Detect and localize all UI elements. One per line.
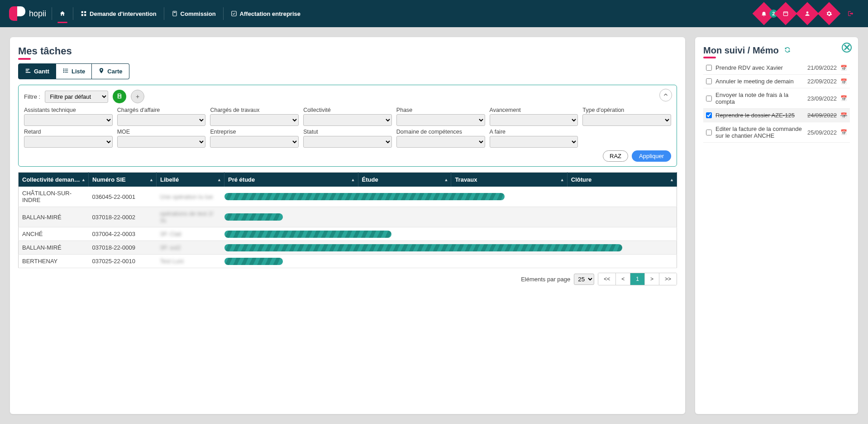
- save-filter-button[interactable]: [113, 90, 126, 103]
- calendar-icon: 📅: [840, 65, 847, 71]
- filter-phase-select[interactable]: [396, 114, 485, 126]
- page-first[interactable]: <<: [598, 273, 616, 285]
- nav-commission[interactable]: Commission: [170, 10, 218, 17]
- tab-carte[interactable]: Carte: [92, 63, 129, 79]
- calendar-button[interactable]: [774, 2, 797, 25]
- col-etude[interactable]: Étude▲: [358, 173, 451, 187]
- memo-item[interactable]: Editer la facture de la commande sur le …: [703, 122, 850, 143]
- sort-icon: ▲: [560, 178, 564, 182]
- nav-label: Commission: [181, 10, 216, 17]
- memo-item[interactable]: Envoyer la note de frais à la compta23/0…: [703, 88, 850, 109]
- tab-gantt[interactable]: Gantt: [18, 63, 56, 79]
- nav-home[interactable]: [57, 10, 67, 17]
- nav-affectation-entreprise[interactable]: Affectation entreprise: [229, 10, 302, 17]
- nav-demande-intervention[interactable]: Demande d'intervention: [79, 10, 158, 17]
- table-row[interactable]: ANCHÉ037004-22-00033P. Clati: [19, 227, 677, 241]
- page-next[interactable]: >: [645, 273, 659, 285]
- map-pin-icon: [98, 67, 105, 75]
- col-libelle[interactable]: Libellé▲: [157, 173, 224, 187]
- filter-entreprise: Entreprise: [210, 129, 299, 148]
- per-page-select[interactable]: 25: [574, 274, 594, 285]
- cell-collectivite: ANCHÉ: [19, 227, 89, 241]
- filter-avancement-select[interactable]: [490, 114, 578, 126]
- logout-button[interactable]: [839, 2, 863, 25]
- app-header: hopii Demande d'intervention Commission …: [0, 0, 868, 27]
- filter-domaine-select[interactable]: [396, 136, 485, 148]
- check-square-icon: [231, 10, 237, 17]
- svg-point-8: [806, 11, 809, 14]
- chevron-up-icon: [663, 92, 669, 99]
- memo-checkbox[interactable]: [706, 78, 712, 84]
- filter-collectivite-select[interactable]: [303, 114, 392, 126]
- col-travaux[interactable]: Travaux▲: [451, 173, 567, 187]
- filter-a-faire-select[interactable]: [490, 136, 578, 148]
- refresh-icon: [784, 47, 791, 53]
- filter-charges-travaux-select[interactable]: [210, 114, 299, 126]
- add-filter-button[interactable]: +: [131, 90, 144, 103]
- filter-type-operation-select[interactable]: [582, 114, 671, 126]
- filter-phase: Phase: [396, 107, 485, 126]
- profile-button[interactable]: [796, 2, 819, 25]
- filter-assistants: Assistants technique: [24, 107, 113, 126]
- svg-rect-3: [84, 14, 86, 16]
- table-row[interactable]: BALLAN-MIRÉ037018-22-0002opérations de t…: [19, 207, 677, 227]
- filter-assistants-select[interactable]: [24, 114, 113, 126]
- filter-top-row: Filtre : Filtre par défaut +: [24, 90, 671, 103]
- filter-entreprise-select[interactable]: [210, 136, 299, 148]
- memo-item[interactable]: Prendre RDV avec Xavier21/09/2022📅: [703, 61, 850, 75]
- logout-icon: [848, 10, 854, 17]
- memo-item[interactable]: Annuler le meeting de demain22/09/2022📅: [703, 75, 850, 88]
- filter-preset-select[interactable]: Filtre par défaut: [45, 91, 108, 103]
- page-prev[interactable]: <: [616, 273, 630, 285]
- calendar-icon: 📅: [840, 78, 847, 85]
- nav-label: Demande d'intervention: [90, 10, 157, 17]
- svg-point-12: [63, 68, 64, 69]
- table-row[interactable]: BALLAN-MIRÉ037018-22-00093P. sut2: [19, 241, 677, 255]
- memo-checkbox[interactable]: [706, 96, 712, 101]
- refresh-memo-button[interactable]: [784, 46, 791, 55]
- apply-button[interactable]: Appliquer: [632, 150, 671, 162]
- filter-label: Filtre :: [24, 93, 40, 100]
- filter-charges-affaire-select[interactable]: [117, 114, 206, 126]
- page-current[interactable]: 1: [630, 273, 645, 285]
- reset-button[interactable]: RAZ: [603, 150, 628, 162]
- table-row[interactable]: BERTHENAY037025-22-0010Test Luni: [19, 255, 677, 268]
- close-memo-button[interactable]: ✕: [842, 43, 852, 53]
- svg-rect-6: [231, 11, 236, 16]
- filter-retard: Retard: [24, 129, 113, 148]
- tab-liste[interactable]: Liste: [56, 63, 92, 79]
- tasks-card: Mes tâches Gantt Liste Carte Filtre :: [10, 37, 685, 414]
- col-collectivite[interactable]: Collectivité deman…▲: [19, 173, 89, 187]
- collapse-filter-button[interactable]: [659, 89, 672, 101]
- col-numero[interactable]: Numéro SIE▲: [89, 173, 157, 187]
- gantt-bar: [224, 213, 283, 221]
- brand-logo[interactable]: hopii: [9, 5, 46, 22]
- filter-grid: Assistants technique Chargés d'affaire C…: [24, 107, 671, 162]
- calendar-icon: 📅: [840, 95, 847, 101]
- filter-retard-select[interactable]: [24, 136, 113, 148]
- svg-rect-17: [65, 72, 68, 72]
- notifications-button[interactable]: 2: [753, 2, 776, 25]
- cell-libelle: opérations de test 2/ 3s: [157, 207, 224, 227]
- memo-text: Annuler le meeting de demain: [715, 78, 804, 85]
- col-cloture[interactable]: Clôture▲: [567, 173, 677, 187]
- memo-checkbox[interactable]: [706, 130, 712, 135]
- filter-actions: RAZ Appliquer: [490, 150, 671, 162]
- cell-numero: 037018-22-0002: [89, 207, 157, 227]
- svg-rect-0: [81, 11, 83, 13]
- filter-moe-select[interactable]: [117, 136, 206, 148]
- settings-button[interactable]: [818, 2, 841, 25]
- memo-item[interactable]: Reprendre le dossier AZE-12524/09/2022📅: [703, 109, 850, 122]
- cell-collectivite: BALLAN-MIRÉ: [19, 241, 89, 255]
- table-row[interactable]: CHÂTILLON-SUR-INDRE036045-22-0001Une opé…: [19, 187, 677, 207]
- filter-charges-affaire: Chargés d'affaire: [117, 107, 206, 126]
- svg-rect-15: [65, 70, 68, 71]
- col-pre-etude[interactable]: Pré étude▲: [224, 173, 358, 187]
- filter-statut-select[interactable]: [303, 136, 392, 148]
- memo-checkbox[interactable]: [706, 112, 712, 118]
- memo-date: 22/09/2022: [807, 78, 837, 85]
- page-last[interactable]: >>: [659, 273, 677, 285]
- memo-checkbox[interactable]: [706, 65, 712, 71]
- filter-avancement: Avancement: [490, 107, 578, 126]
- cell-gantt: [224, 241, 677, 255]
